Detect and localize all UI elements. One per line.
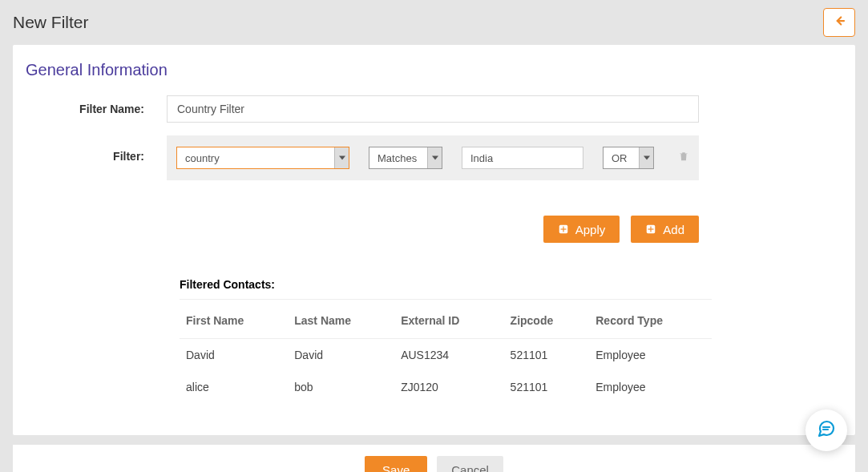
page-title: New Filter [13,13,89,32]
cell-record-type: Employee [589,339,712,372]
general-info-panel: General Information Filter Name: Filter:… [13,45,855,435]
add-label: Add [663,223,684,236]
filter-field-select[interactable]: country [176,147,349,169]
col-external-id: External ID [394,300,503,339]
col-first-name: First Name [180,300,288,339]
cell-first-name: alice [180,371,288,403]
filter-label: Filter: [26,135,167,163]
cancel-button[interactable]: Cancel [437,456,503,472]
cell-external-id: AUS1234 [394,339,503,372]
cell-last-name: bob [288,371,394,403]
plus-icon [645,224,656,235]
filter-operator-select[interactable]: Matches [369,147,442,169]
apply-label: Apply [575,223,606,236]
section-title: General Information [13,61,855,89]
back-button[interactable] [823,8,855,37]
table-row: David David AUS1234 521101 Employee [180,339,712,372]
filtered-contacts-heading: Filtered Contacts: [180,278,712,300]
trash-icon [678,151,689,164]
cell-record-type: Employee [589,371,712,403]
cell-zipcode: 521101 [504,339,590,372]
arrow-left-icon [832,14,846,31]
filter-name-label: Filter Name: [26,103,167,115]
cell-zipcode: 521101 [504,371,590,403]
cell-last-name: David [288,339,394,372]
chat-widget-button[interactable] [805,409,847,451]
cell-external-id: ZJ0120 [394,371,503,403]
filter-conjunction-select[interactable]: OR [603,147,654,169]
delete-rule-button[interactable] [678,151,689,165]
chat-icon [817,419,836,442]
add-button[interactable]: Add [631,216,699,243]
filter-name-input[interactable] [167,95,699,123]
col-last-name: Last Name [288,300,394,339]
table-header-row: First Name Last Name External ID Zipcode… [180,300,712,339]
svg-rect-6 [560,228,566,229]
svg-rect-9 [648,228,654,229]
col-record-type: Record Type [589,300,712,339]
filter-value-input[interactable] [462,147,583,169]
apply-button[interactable]: Apply [543,216,620,243]
col-zipcode: Zipcode [504,300,590,339]
footer-actions: Save Cancel [13,445,855,472]
save-button[interactable]: Save [365,456,427,472]
filter-rule-row: country Matches OR [167,135,699,180]
filtered-contacts-table: First Name Last Name External ID Zipcode… [180,300,712,403]
plus-icon [558,224,569,235]
table-row: alice bob ZJ0120 521101 Employee [180,371,712,403]
cell-first-name: David [180,339,288,372]
